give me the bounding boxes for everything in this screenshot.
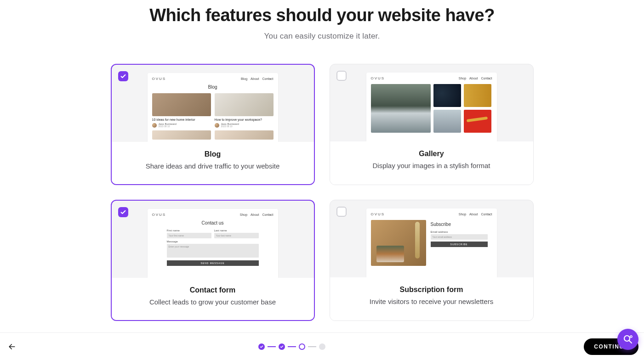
feature-grid: OVUS Blog About Contact Blog 10 ideas fo… [111, 64, 534, 321]
check-icon [120, 73, 126, 79]
preview-nav-item: About [469, 77, 478, 80]
preview-post-title: How to improve your workspace? [215, 118, 274, 121]
preview-nav-item: Shop [459, 77, 466, 80]
preview-input: Your last name [214, 233, 259, 238]
check-icon [280, 345, 284, 349]
feature-card-subscription[interactable]: OVUS Shop About Contact Subscribe Email … [330, 200, 534, 321]
step-dot [299, 343, 305, 350]
feature-card-gallery[interactable]: OVUS Shop About Contact [330, 64, 534, 185]
avatar [215, 123, 219, 128]
preview-field-label: Email address [431, 231, 492, 233]
checkbox-gallery[interactable] [336, 71, 347, 81]
preview-brand: OVUS [371, 212, 385, 216]
back-button[interactable] [6, 340, 18, 353]
preview-nav-item: Shop [240, 213, 247, 216]
feature-desc: Display your images in a stylish format [339, 162, 524, 169]
check-icon [260, 345, 263, 349]
preview-input: Your first name [167, 233, 211, 238]
preview-nav-item: About [251, 213, 259, 216]
svg-point-2 [630, 336, 632, 338]
feature-title: Subscription form [339, 286, 524, 294]
preview-image [433, 84, 461, 107]
preview-input: Your email address [431, 234, 488, 240]
step-dot [319, 343, 325, 350]
svg-point-0 [624, 336, 630, 341]
svg-line-1 [629, 341, 632, 343]
preview-blog: OVUS Blog About Contact Blog 10 ideas fo… [112, 65, 314, 142]
preview-section-title: Subscribe [431, 222, 492, 227]
footer: CONTINUE [0, 332, 644, 360]
preview-section-title: Contact us [152, 220, 274, 225]
page-heading: Which features should your website have? [149, 6, 495, 25]
preview-date: 2023 08 10 [159, 125, 177, 128]
preview-brand: OVUS [371, 76, 385, 80]
preview-gallery: OVUS Shop About Contact [330, 64, 533, 141]
check-icon [120, 209, 126, 215]
preview-nav-item: Shop [459, 213, 466, 216]
preview-nav-item: About [251, 77, 259, 80]
feature-card-blog[interactable]: OVUS Blog About Contact Blog 10 ideas fo… [111, 64, 315, 185]
preview-image [371, 84, 431, 133]
preview-field-label: First name [167, 229, 211, 232]
checkbox-subscription[interactable] [336, 207, 347, 217]
feature-desc: Invite visitors to receive your newslett… [339, 298, 524, 305]
checkbox-contact[interactable] [118, 207, 128, 217]
help-button[interactable] [617, 329, 638, 350]
help-search-icon [622, 334, 633, 345]
preview-nav-item: Blog [241, 77, 247, 80]
preview-image [433, 110, 461, 133]
preview-section-title: Blog [152, 84, 274, 90]
preview-field-label: Message [167, 240, 259, 243]
preview-image [464, 84, 491, 107]
progress-stepper [258, 343, 325, 350]
preview-image [215, 130, 274, 140]
preview-image [215, 93, 274, 116]
feature-title: Blog [121, 150, 305, 158]
checkbox-blog[interactable] [118, 71, 128, 81]
preview-nav-item: Contact [262, 213, 273, 216]
preview-contact: OVUS Shop About Contact Contact us First… [112, 201, 314, 278]
preview-button: SUBSCRIBE [431, 242, 488, 247]
preview-image [152, 130, 211, 140]
preview-field-label: Last name [214, 229, 259, 232]
feature-desc: Collect leads to grow your customer base [121, 298, 305, 306]
preview-image [371, 220, 426, 266]
feature-title: Contact form [121, 286, 305, 294]
feature-title: Gallery [339, 150, 524, 158]
page-subheading: You can easily customize it later. [264, 32, 380, 41]
preview-brand: OVUS [152, 77, 166, 81]
feature-desc: Share ideas and drive traffic to your we… [121, 162, 305, 170]
preview-nav-item: Contact [481, 213, 492, 216]
step-bar [288, 346, 296, 347]
step-bar [268, 346, 276, 347]
preview-nav-item: About [469, 213, 478, 216]
preview-nav-item: Contact [262, 77, 273, 80]
preview-image [464, 110, 491, 133]
arrow-left-icon [7, 342, 17, 351]
preview-textarea: Enter your message [167, 244, 259, 258]
avatar [152, 123, 157, 128]
preview-subscription: OVUS Shop About Contact Subscribe Email … [330, 200, 533, 277]
preview-nav-item: Contact [481, 77, 492, 80]
feature-card-contact[interactable]: OVUS Shop About Contact Contact us First… [111, 200, 315, 321]
step-dot [279, 343, 285, 350]
preview-button: SEND MESSAGE [167, 260, 259, 266]
step-bar [308, 346, 316, 347]
step-dot [258, 343, 265, 350]
preview-date: 2023 08 10 [221, 125, 239, 128]
preview-brand: OVUS [152, 213, 166, 217]
preview-post-title: 10 ideas for new home interior [152, 118, 211, 121]
preview-image [152, 93, 211, 116]
